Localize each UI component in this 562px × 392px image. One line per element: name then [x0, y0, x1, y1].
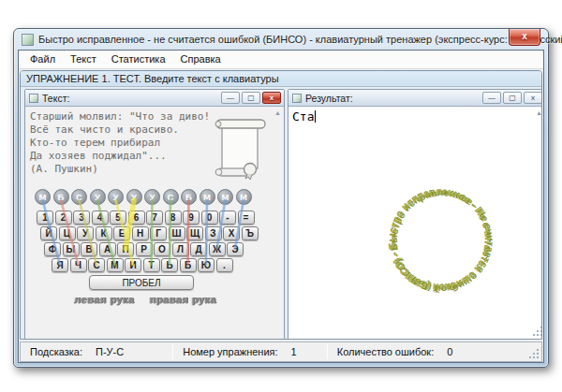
maximize-icon[interactable]: ▢: [503, 92, 522, 104]
status-separator: [172, 344, 173, 359]
keyboard-top-row: ЙЦУКЕНГШЩЗХЪ: [40, 226, 259, 240]
key: Е: [113, 226, 130, 240]
ring-logo: Быстро исправленное - Не считается ошибк…: [288, 107, 542, 339]
minimize-icon[interactable]: —: [482, 92, 501, 104]
keyboard-home-row: ФЫВАПРОЛДЖЭ: [44, 242, 244, 256]
hint-value: П-У-С: [96, 346, 124, 357]
key: 2: [55, 211, 72, 225]
key: Н: [132, 226, 149, 240]
key: 4: [92, 211, 109, 225]
key: С: [88, 258, 105, 272]
key: 1: [37, 211, 53, 225]
text-panel-icon: [29, 94, 38, 103]
key: -: [219, 211, 236, 225]
result-panel: Результат: — ▢ x ▲ Ста: [288, 89, 542, 340]
key: Ф: [44, 242, 61, 256]
source-text: Старший молвил: "Что за диво! Всё так чи…: [30, 110, 210, 176]
finger-circle: М: [35, 189, 51, 205]
close-button[interactable]: x: [509, 29, 540, 46]
app-icon: [22, 34, 34, 46]
minimize-icon[interactable]: —: [221, 92, 240, 104]
exercise-number-label: Номер упражнения:: [183, 346, 277, 357]
menu-item[interactable]: Справка: [173, 51, 229, 68]
keyboard-visualization: МБСУУУУСБМММ 1234567890-= ЙЦУКЕНГШЩЗХЪ Ф…: [29, 189, 280, 320]
finger-circle: У: [108, 189, 124, 205]
finger-circle: У: [126, 189, 142, 205]
key: О: [154, 242, 170, 256]
key: 0: [201, 211, 218, 225]
key: З: [205, 226, 222, 240]
keyboard-number-row: 1234567890-=: [37, 211, 255, 225]
result-input-area[interactable]: ▲ Ста Быстро исправленное - Не считается…: [288, 107, 542, 339]
result-panel-titlebar[interactable]: Результат: — ▢ x: [288, 90, 542, 107]
key: Ю: [198, 258, 214, 272]
right-hand-label: правая рука: [149, 294, 216, 305]
resize-grip[interactable]: [532, 326, 542, 337]
key: .: [216, 258, 233, 272]
key: Р: [136, 242, 153, 256]
key: Ь: [161, 258, 178, 272]
key: Ч: [70, 258, 87, 272]
finger-circle: У: [90, 189, 106, 205]
key: 3: [73, 211, 90, 225]
finger-circles-row: МБСУУУУСБМММ: [35, 189, 252, 205]
exercise-number-value: 1: [291, 346, 297, 357]
keyboard-bottom-row: ЯЧСМИТЬБЮ.: [52, 258, 233, 272]
exercise-header: УПРАЖНЕНИЕ 1. ТЕСТ. Введите текст с клав…: [21, 71, 541, 87]
title-bar[interactable]: Быстро исправленное - не считается ошибк…: [14, 29, 548, 50]
key: 6: [128, 211, 145, 225]
key: И: [125, 258, 141, 272]
finger-circle: Б: [53, 189, 69, 205]
key: У: [77, 226, 94, 240]
app-window: Быстро исправленное - не считается ошибк…: [13, 28, 549, 368]
close-icon[interactable]: x: [524, 92, 542, 104]
key: 9: [183, 211, 200, 225]
menu-item[interactable]: Статистика: [104, 51, 173, 68]
key: Ы: [63, 242, 80, 256]
key: Т: [143, 258, 160, 272]
key: А: [99, 242, 116, 256]
finger-circle: С: [163, 189, 179, 205]
key: 8: [165, 211, 182, 225]
key: Й: [40, 226, 57, 240]
text-panel-body: ▲ Старший молвил: "Что за диво! Всё так …: [25, 107, 284, 339]
key: =: [238, 211, 255, 225]
finger-circle: М: [236, 189, 252, 205]
window-content: ФайлТекстСтатистикаСправка УПРАЖНЕНИЕ 1.…: [18, 50, 544, 363]
text-panel-title: Текст:: [42, 93, 221, 104]
key: Ъ: [242, 226, 259, 240]
key: Ж: [209, 242, 226, 256]
key: Б: [180, 258, 197, 272]
finger-circle: М: [200, 189, 215, 205]
menu-item[interactable]: Файл: [22, 51, 63, 68]
status-separator: [327, 344, 328, 359]
key: Л: [172, 242, 189, 256]
main-box: УПРАЖНЕНИЕ 1. ТЕСТ. Введите текст с клав…: [20, 70, 542, 340]
key: П: [117, 242, 134, 256]
maximize-icon[interactable]: ▢: [242, 92, 260, 104]
key: Д: [190, 242, 207, 256]
statusbar-resize-grip[interactable]: [528, 348, 540, 359]
finger-circle: У: [144, 189, 160, 205]
key: В: [81, 242, 97, 256]
key: К: [96, 226, 112, 240]
key: Г: [150, 226, 167, 240]
close-icon[interactable]: x: [262, 92, 281, 104]
key: Я: [52, 258, 68, 272]
error-count-value: 0: [447, 346, 452, 357]
status-bar: Подсказка: П-У-С Номер упражнения: 1 Кол…: [20, 341, 542, 362]
text-panel-titlebar[interactable]: Текст: — ▢ x: [25, 90, 284, 107]
key: Щ: [186, 226, 203, 240]
key: 5: [110, 211, 126, 225]
scroll-parchment-icon: [211, 118, 269, 180]
finger-circle: С: [71, 189, 87, 205]
menu-item[interactable]: Текст: [63, 51, 104, 68]
text-panel: Текст: — ▢ x ▲ Старший молвил: "Что за д…: [24, 89, 285, 340]
scroll-up-icon[interactable]: ▲: [274, 109, 281, 116]
menu-bar: ФайлТекстСтатистикаСправка: [19, 51, 543, 69]
key: Ш: [169, 226, 185, 240]
hand-labels: левая рука правая рука: [29, 294, 261, 305]
key: Ц: [59, 226, 76, 240]
svg-text:Быстро исправленное - Не счита: Быстро исправленное - Не считается ошибк…: [376, 175, 505, 304]
error-count-label: Количество ошибок:: [337, 346, 435, 357]
